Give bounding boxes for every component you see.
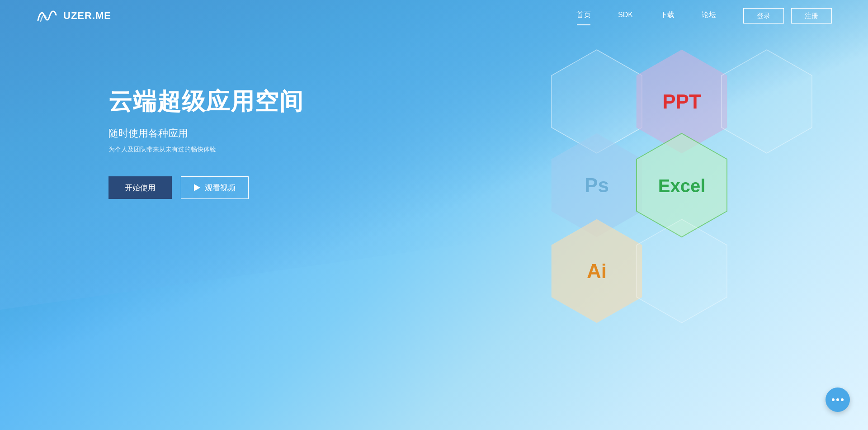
nav-forum[interactable]: 论坛: [702, 10, 716, 22]
navbar: UZER.ME 首页 SDK 下载 论坛 登录 注册: [0, 0, 868, 32]
video-button[interactable]: 观看视频: [181, 176, 249, 199]
svg-text:Excel: Excel: [658, 176, 706, 196]
hexagons-area: PPT Ps Excel Ai: [515, 45, 823, 326]
chat-dot-2: [836, 398, 839, 401]
nav-home[interactable]: 首页: [576, 10, 591, 22]
nav-download[interactable]: 下载: [660, 10, 675, 22]
chat-dots: [832, 398, 844, 401]
svg-text:Ps: Ps: [585, 174, 609, 196]
chat-bubble[interactable]: [826, 387, 850, 412]
start-button[interactable]: 开始使用: [108, 176, 172, 199]
svg-marker-3: [722, 50, 812, 153]
logo-text: UZER.ME: [63, 10, 111, 22]
play-icon: [194, 184, 200, 191]
nav-sdk[interactable]: SDK: [618, 11, 633, 21]
chat-dot-3: [841, 398, 844, 401]
register-button[interactable]: 注册: [791, 8, 832, 24]
svg-marker-10: [637, 219, 727, 323]
login-button[interactable]: 登录: [743, 8, 784, 24]
hexagons-svg: PPT Ps Excel Ai: [515, 45, 823, 326]
nav-links: 首页 SDK 下载 论坛: [576, 10, 716, 22]
logo-area: UZER.ME: [36, 8, 111, 24]
video-label: 观看视频: [205, 183, 236, 193]
svg-text:Ai: Ai: [587, 260, 607, 282]
logo-icon: [36, 8, 59, 24]
svg-text:PPT: PPT: [662, 90, 701, 113]
chat-dot-1: [832, 398, 835, 401]
nav-buttons: 登录 注册: [743, 8, 832, 24]
